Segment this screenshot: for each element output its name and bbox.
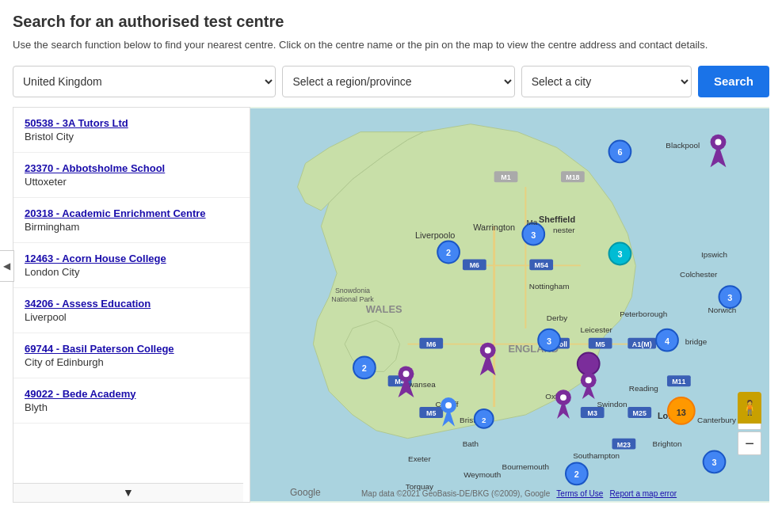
svg-text:nester: nester xyxy=(553,225,575,234)
collapse-panel-button[interactable]: ◀ xyxy=(0,250,14,282)
svg-text:3: 3 xyxy=(531,230,536,239)
svg-text:M6: M6 xyxy=(470,261,479,269)
svg-text:Bath: Bath xyxy=(463,439,479,447)
svg-point-86 xyxy=(578,352,600,374)
page-title: Search for an authorised test centre xyxy=(13,13,769,31)
scroll-down-arrow[interactable]: ▼ xyxy=(13,483,243,502)
svg-point-100 xyxy=(445,402,452,408)
svg-point-89 xyxy=(586,377,592,383)
svg-text:Warrington: Warrington xyxy=(473,222,515,231)
map-attribution: Map data ©2021 GeoBasis-DE/BKG (©2009), … xyxy=(361,489,677,498)
svg-text:4: 4 xyxy=(665,336,669,345)
svg-text:Nottingham: Nottingham xyxy=(529,282,570,291)
centre-link[interactable]: 50538 - 3A Tutors Ltd xyxy=(25,117,238,129)
svg-point-105 xyxy=(560,394,566,401)
svg-text:A1(M): A1(M) xyxy=(632,340,652,348)
svg-text:Liverpoolo: Liverpoolo xyxy=(415,230,455,239)
centre-link[interactable]: 49022 - Bede Academy xyxy=(25,388,238,400)
svg-text:M25: M25 xyxy=(633,408,647,416)
list-item[interactable]: 50538 - 3A Tutors Ltd Bristol City xyxy=(13,108,250,153)
main-content: 50538 - 3A Tutors Ltd Bristol City 23370… xyxy=(13,107,769,503)
page-description: Use the search function below to find yo… xyxy=(13,37,769,53)
svg-text:2: 2 xyxy=(574,469,579,479)
centre-link[interactable]: 69744 - Basil Paterson College xyxy=(25,343,238,355)
svg-text:Weymouth: Weymouth xyxy=(463,470,501,479)
svg-point-97 xyxy=(403,370,410,377)
centre-location: City of Edinburgh xyxy=(25,356,238,368)
svg-text:Swindon: Swindon xyxy=(597,400,628,408)
svg-text:13: 13 xyxy=(677,407,686,416)
google-logo: Google xyxy=(290,487,321,498)
country-select[interactable]: United Kingdom xyxy=(13,66,276,97)
scroll-down-icon: ▼ xyxy=(123,486,134,499)
svg-text:3: 3 xyxy=(711,458,716,467)
centre-location: London City xyxy=(25,266,238,278)
svg-text:Ipswich: Ipswich xyxy=(701,250,727,259)
svg-text:M54: M54 xyxy=(535,261,548,269)
centre-location: Liverpool xyxy=(25,311,238,323)
region-select[interactable]: Select a region/province xyxy=(282,66,514,97)
svg-text:bridge: bridge xyxy=(685,336,708,345)
svg-text:M5: M5 xyxy=(426,408,436,416)
svg-text:2: 2 xyxy=(362,363,367,373)
list-item[interactable]: 34206 - Assess Education Liverpool xyxy=(13,288,250,333)
svg-text:M23: M23 xyxy=(617,440,631,448)
centre-location: Blyth xyxy=(25,401,238,413)
svg-text:Exeter: Exeter xyxy=(408,454,431,463)
centres-list: 50538 - 3A Tutors Ltd Bristol City 23370… xyxy=(13,107,250,503)
map-panel: M6 M6 M54 M6 Toll M5 A1(M) M11 M25 xyxy=(250,107,769,503)
svg-text:Bournemouth: Bournemouth xyxy=(502,462,549,471)
svg-text:Leicester: Leicester xyxy=(581,325,613,333)
svg-text:Colchester: Colchester xyxy=(680,270,718,279)
collapse-icon: ◀ xyxy=(3,260,10,272)
list-item[interactable]: 69744 - Basil Paterson College City of E… xyxy=(13,333,250,378)
search-button[interactable]: Search xyxy=(698,66,769,97)
list-item[interactable]: 49022 - Bede Academy Blyth xyxy=(13,378,250,424)
list-item[interactable]: 12463 - Acorn House College London City xyxy=(13,243,250,288)
search-bar: United Kingdom Select a region/province … xyxy=(13,66,769,97)
map-container[interactable]: M6 M6 M54 M6 Toll M5 A1(M) M11 M25 xyxy=(250,107,769,503)
report-map-error-link[interactable]: Report a map error xyxy=(610,489,677,498)
list-item[interactable]: 20318 - Academic Enrichment Centre Birmi… xyxy=(13,198,250,243)
svg-text:M18: M18 xyxy=(566,173,579,181)
centre-location: Birmingham xyxy=(25,221,238,233)
svg-text:M6: M6 xyxy=(426,340,436,348)
svg-text:6: 6 xyxy=(617,147,622,157)
city-select[interactable]: Select a city xyxy=(521,66,692,97)
centre-location: Uttoxeter xyxy=(25,176,238,188)
svg-text:2: 2 xyxy=(482,415,486,424)
svg-text:Canterbury: Canterbury xyxy=(697,415,736,424)
svg-text:3: 3 xyxy=(547,336,551,345)
svg-text:M3: M3 xyxy=(588,408,597,416)
svg-text:M5: M5 xyxy=(595,340,605,348)
svg-text:M11: M11 xyxy=(672,378,685,386)
svg-text:Snowdonia: Snowdonia xyxy=(335,287,370,294)
svg-text:Peterborough: Peterborough xyxy=(620,309,667,317)
svg-text:3: 3 xyxy=(727,293,732,302)
centre-location: Bristol City xyxy=(25,131,238,142)
svg-point-83 xyxy=(485,347,491,353)
centre-link[interactable]: 34206 - Assess Education xyxy=(25,298,238,310)
centre-link[interactable]: 23370 - Abbotsholme School xyxy=(25,162,238,174)
list-item[interactable]: 23370 - Abbotsholme School Uttoxeter xyxy=(13,153,250,198)
map-svg: M6 M6 M54 M6 Toll M5 A1(M) M11 M25 xyxy=(250,107,769,503)
zoom-out-button[interactable]: − xyxy=(738,431,761,455)
svg-text:M1: M1 xyxy=(501,173,510,181)
svg-text:3: 3 xyxy=(617,249,622,259)
pegman-button[interactable]: 🧍 xyxy=(738,392,761,424)
svg-text:Southampton: Southampton xyxy=(573,450,620,459)
page-container: Search for an authorised test centre Use… xyxy=(0,0,782,515)
svg-text:National Park: National Park xyxy=(331,295,374,303)
svg-text:WALES: WALES xyxy=(366,302,402,314)
svg-text:Brighton: Brighton xyxy=(653,439,682,447)
centre-link[interactable]: 20318 - Academic Enrichment Centre xyxy=(25,207,238,219)
svg-text:Reading: Reading xyxy=(629,384,658,393)
svg-text:Blackpool: Blackpool xyxy=(666,140,700,149)
centre-link[interactable]: 12463 - Acorn House College xyxy=(25,253,238,264)
svg-text:Derby: Derby xyxy=(547,313,567,321)
svg-text:Sheffield: Sheffield xyxy=(539,214,575,223)
svg-point-76 xyxy=(715,139,722,145)
svg-text:Ma: Ma xyxy=(526,217,537,226)
pegman-icon: 🧍 xyxy=(741,399,758,416)
terms-of-use-link[interactable]: Terms of Use xyxy=(556,489,603,498)
